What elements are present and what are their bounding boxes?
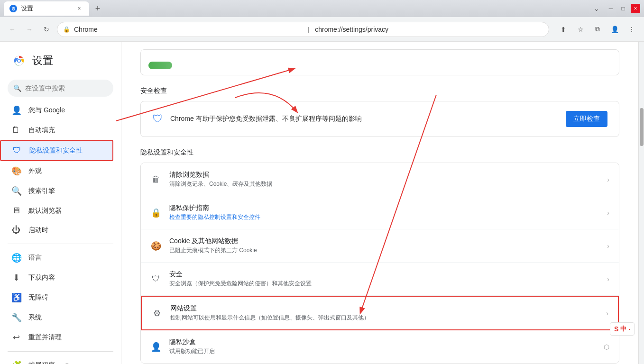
forward-button[interactable]: → [23, 23, 36, 36]
address-chrome-label: Chrome [74, 26, 302, 33]
sidebar-label-reset: 重置并清理 [28, 333, 62, 342]
content-area: 安全检查 🛡 Chrome 有助于保护您免受数据泄露、不良扩展程序等问题的影响 … [121, 42, 638, 364]
bookmark-button[interactable]: ☆ [574, 23, 587, 36]
sidebar-item-google[interactable]: 👤 您与 Google [0, 100, 113, 120]
sidebar-label-extensions: 扩展程序 [28, 361, 55, 364]
sandbox-text: 隐私沙盒 试用版功能已开启 [169, 338, 596, 355]
sidebar-label-appearance: 外观 [28, 167, 42, 175]
clear-browsing-subtitle: 清除浏览记录、Cookie、缓存及其他数据 [169, 180, 599, 188]
sandbox-icon: 👤 [150, 341, 162, 353]
sogou-lang-label: 中 [620, 325, 626, 333]
search-input[interactable] [25, 84, 108, 92]
site-settings-item[interactable]: ⚙ 网站设置 控制网站可以使用和显示什么信息（如位置信息、摄像头、弹出式窗口及其… [141, 296, 619, 330]
back-button[interactable]: ← [6, 23, 19, 36]
svg-point-3 [18, 60, 20, 62]
address-bar: ← → ↻ 🔒 Chrome | chrome://settings/priva… [0, 17, 644, 42]
top-partial-progress [148, 62, 172, 69]
profile-button[interactable]: 👤 [608, 23, 621, 36]
sidebar-separator-2 [8, 351, 113, 352]
title-bar: ⚙ 设置 × + ⌄ ─ □ × [0, 0, 644, 17]
privacy-section-header: 隐私设置和安全性 [140, 148, 619, 157]
language-icon: 🌐 [11, 253, 21, 263]
sidebar-item-accessibility[interactable]: ♿ 无障碍 [0, 288, 113, 308]
new-tab-button[interactable]: + [91, 2, 104, 15]
privacy-shield-icon: 🛡 [12, 146, 22, 155]
security-subtitle: 安全浏览（保护您免受危险网站的侵害）和其他安全设置 [169, 280, 599, 288]
privacy-guide-subtitle: 检查重要的隐私控制设置和安全控件 [169, 213, 599, 221]
scrollbar[interactable] [638, 42, 644, 364]
extensions-icon: 🧩 [11, 360, 21, 364]
minimize-button[interactable]: ─ [606, 4, 616, 13]
sidebar-item-autofill[interactable]: 🗒 自动填充 [0, 120, 113, 140]
browser-icon: 🖥 [11, 206, 21, 216]
security-icon: 🛡 [150, 273, 162, 285]
address-right-icons: ⬆ ☆ ⧉ 👤 ⋮ [557, 23, 638, 36]
search-bar[interactable]: 🔍 [8, 80, 113, 97]
refresh-button[interactable]: ↻ [40, 23, 53, 36]
safety-check-button[interactable]: 立即检查 [566, 111, 607, 127]
safety-check-card: 🛡 Chrome 有助于保护您免受数据泄露、不良扩展程序等问题的影响 立即检查 [140, 101, 619, 137]
chrome-collapse-button[interactable]: ⌄ [590, 2, 603, 15]
scrollbar-thumb[interactable] [640, 108, 644, 146]
sandbox-subtitle: 试用版功能已开启 [169, 347, 596, 355]
cookies-subtitle: 已阻止无痕模式下的第三方 Cookie [169, 246, 599, 255]
sidebar-item-download[interactable]: ⬇ 下载内容 [0, 268, 113, 288]
share-button[interactable]: ⬆ [557, 23, 570, 36]
site-settings-text: 网站设置 控制网站可以使用和显示什么信息（如位置信息、摄像头、弹出式窗口及其他） [170, 304, 598, 322]
privacy-guide-text: 隐私保护指南 检查重要的隐私控制设置和安全控件 [169, 204, 599, 221]
cookies-item[interactable]: 🍪 Cookie 及其他网站数据 已阻止无痕模式下的第三方 Cookie › [141, 229, 619, 263]
sandbox-title: 隐私沙盒 [169, 338, 596, 346]
window-controls: ⌄ ─ □ × [590, 2, 640, 15]
sidebar-label-browser: 默认浏览器 [28, 207, 62, 215]
cookies-icon: 🍪 [150, 240, 162, 252]
sidebar-label-google: 您与 Google [28, 106, 65, 115]
reset-icon: ↩ [11, 332, 21, 343]
sidebar: 设置 🔍 👤 您与 Google 🗒 自动填充 🛡 隐私设置和安全性 🎨 外观 [0, 42, 121, 364]
split-screen-button[interactable]: ⧉ [591, 23, 604, 36]
chrome-logo-icon [11, 53, 27, 68]
site-lock-icon: 🔒 [63, 26, 70, 33]
sidebar-separator-1 [8, 244, 113, 244]
safety-shield-icon: 🛡 [152, 113, 163, 125]
sidebar-item-system[interactable]: 🔧 系统 [0, 308, 113, 328]
clear-browsing-item[interactable]: 🗑 清除浏览数据 清除浏览记录、Cookie、缓存及其他数据 › [141, 163, 619, 196]
clear-browsing-text: 清除浏览数据 清除浏览记录、Cookie、缓存及其他数据 [169, 171, 599, 188]
privacy-guide-arrow: › [607, 209, 609, 217]
sidebar-label-system: 系统 [28, 313, 42, 322]
sidebar-header: 设置 [0, 46, 121, 76]
sidebar-item-language[interactable]: 🌐 语言 [0, 248, 113, 268]
accessibility-icon: ♿ [11, 292, 21, 303]
sidebar-item-search[interactable]: 🔍 搜索引擎 [0, 181, 113, 201]
security-title: 安全 [169, 270, 599, 279]
security-item[interactable]: 🛡 安全 安全浏览（保护您免受危险网站的侵害）和其他安全设置 › [141, 263, 619, 296]
startup-icon: ⏻ [11, 225, 21, 235]
site-settings-title: 网站设置 [170, 304, 598, 313]
menu-button[interactable]: ⋮ [625, 23, 638, 36]
security-text: 安全 安全浏览（保护您免受危险网站的侵害）和其他安全设置 [169, 270, 599, 288]
cookies-arrow: › [607, 242, 609, 250]
maximize-button[interactable]: □ [618, 4, 628, 13]
privacy-guide-item[interactable]: 🔒 隐私保护指南 检查重要的隐私控制设置和安全控件 › [141, 196, 619, 229]
active-tab[interactable]: ⚙ 设置 × [4, 1, 89, 16]
sidebar-label-accessibility: 无障碍 [28, 293, 48, 302]
sidebar-item-appearance[interactable]: 🎨 外观 [0, 161, 113, 181]
close-button[interactable]: × [631, 4, 640, 13]
download-icon: ⬇ [11, 273, 21, 283]
sidebar-item-reset[interactable]: ↩ 重置并清理 [0, 328, 113, 347]
tab-label: 设置 [21, 4, 33, 13]
appearance-icon: 🎨 [11, 166, 21, 176]
sidebar-label-privacy: 隐私设置和安全性 [29, 146, 83, 155]
security-arrow: › [607, 275, 609, 283]
cookies-title: Cookie 及其他网站数据 [169, 237, 599, 246]
safety-check-header: 安全检查 [140, 87, 619, 95]
sidebar-item-browser[interactable]: 🖥 默认浏览器 [0, 201, 113, 220]
sidebar-item-extensions[interactable]: 🧩 扩展程序 ⬡ [0, 355, 113, 364]
extensions-external-icon: ⬡ [64, 362, 69, 364]
sandbox-item[interactable]: 👤 隐私沙盒 试用版功能已开启 ⬡ [141, 330, 619, 363]
address-input[interactable]: 🔒 Chrome | chrome://settings/privacy [57, 22, 549, 37]
sidebar-label-autofill: 自动填充 [28, 126, 55, 135]
sidebar-item-privacy[interactable]: 🛡 隐私设置和安全性 [0, 140, 113, 161]
sidebar-item-startup[interactable]: ⏻ 启动时 [0, 220, 113, 240]
tab-close-button[interactable]: × [75, 4, 83, 13]
sogou-badge: S 中 · [610, 322, 635, 336]
